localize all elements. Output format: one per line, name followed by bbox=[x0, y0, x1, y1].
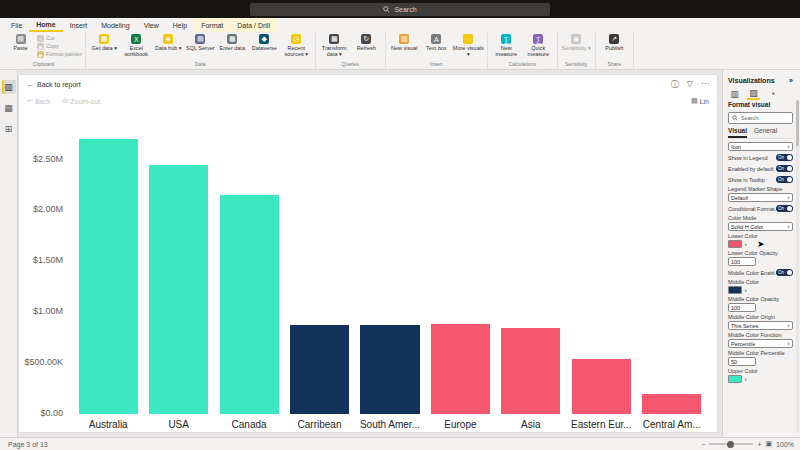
format-painter-button[interactable]: ▰Format painter bbox=[37, 51, 82, 58]
middle-color-origin-dropdown[interactable]: This Series∨ bbox=[728, 321, 793, 330]
format-search-box[interactable]: Search bbox=[728, 112, 793, 124]
ribbon: ▤Paste×Cut▣Copy▰Format painterClipboard▦… bbox=[0, 32, 800, 70]
sensitivity-button[interactable]: ◉Sensitivity ▾ bbox=[561, 33, 592, 51]
pane-scrollbar-thumb[interactable] bbox=[796, 100, 799, 146]
cut-button[interactable]: ×Cut bbox=[37, 35, 82, 42]
ribbon-group-sensitivity: ◉Sensitivity ▾Sensitivity bbox=[558, 32, 596, 69]
dataverse-button[interactable]: ◆Dataverse bbox=[249, 33, 280, 51]
bar-australia[interactable] bbox=[79, 139, 138, 414]
zoom-slider[interactable] bbox=[709, 443, 753, 445]
enter-data-button[interactable]: ▦Enter data bbox=[217, 33, 248, 51]
conditional-format-toggle[interactable]: On bbox=[776, 205, 793, 212]
quick-measure-button[interactable]: ∑Quick measure bbox=[523, 33, 554, 58]
data-hub-icon: ◈ bbox=[163, 34, 173, 44]
global-search-box[interactable]: Search bbox=[250, 3, 550, 16]
visualizations-title: Visualizations bbox=[728, 77, 775, 84]
new-visual-button[interactable]: ▥New visual bbox=[389, 33, 420, 51]
transform-data-button[interactable]: ▦Transform data ▾ bbox=[319, 33, 350, 58]
setting-middle-color-origin: Middle Color OriginThis Series∨ bbox=[728, 314, 793, 330]
setting-conditional-format: Conditional Format...On bbox=[728, 204, 793, 213]
ribbon-tab-data-drill[interactable]: Data / Drill bbox=[230, 18, 277, 32]
upper-color-color-picker[interactable]: ∨ bbox=[728, 375, 793, 383]
zoom-decrease-button[interactable]: − bbox=[701, 441, 705, 448]
lower-color-opacity-input[interactable]: 100 bbox=[728, 257, 756, 266]
ribbon-group-clipboard-buttons: ▤Paste×Cut▣Copy▰Format painter bbox=[5, 33, 82, 60]
back-to-report-link[interactable]: ← Back to report bbox=[27, 81, 81, 88]
sql-server-button[interactable]: ▤SQL Server bbox=[185, 33, 216, 51]
info-icon[interactable]: ⓘ bbox=[671, 79, 679, 90]
format-visual-icon[interactable]: ▨ bbox=[747, 87, 760, 100]
top-icon-dropdown[interactable]: Icon∨ bbox=[728, 142, 793, 151]
ribbon-tab-help[interactable]: Help bbox=[166, 18, 194, 32]
new-visual-icon: ▥ bbox=[399, 34, 409, 44]
drill-back-button[interactable]: ↩ Back bbox=[27, 97, 50, 105]
format-tabs: VisualGeneral bbox=[728, 127, 793, 139]
show-in-tooltip-toggle[interactable]: On bbox=[776, 176, 793, 183]
publish-button[interactable]: ↗Publish bbox=[599, 33, 630, 51]
text-box-button[interactable]: AText box bbox=[421, 33, 452, 51]
lower-color-color-picker[interactable]: ∨ bbox=[728, 240, 793, 248]
bar-asia[interactable] bbox=[501, 328, 560, 414]
data-hub-button[interactable]: ◈Data hub ▾ bbox=[153, 33, 184, 51]
recent-sources-button[interactable]: ◷Recent sources ▾ bbox=[281, 33, 312, 58]
list-view-button[interactable]: ▤ Lin bbox=[691, 97, 709, 105]
ribbon-tab-view[interactable]: View bbox=[137, 18, 166, 32]
ribbon-tab-home[interactable]: Home bbox=[29, 18, 62, 32]
bar-europe[interactable] bbox=[431, 324, 490, 414]
bar-canada[interactable] bbox=[220, 195, 279, 414]
zoom-out-button[interactable]: ⊖ Zoom-out bbox=[62, 97, 100, 105]
format-tab-general[interactable]: General bbox=[754, 127, 777, 138]
paste-button[interactable]: ▤Paste bbox=[5, 33, 36, 51]
copy-button[interactable]: ▣Copy bbox=[37, 43, 82, 50]
filter-icon[interactable]: ▽ bbox=[687, 79, 693, 90]
middle-color-enabl-toggle[interactable]: On bbox=[776, 269, 793, 276]
powerbi-window: Search FileHomeInsertModelingViewHelpFor… bbox=[0, 0, 800, 450]
show-in-legend-toggle[interactable]: On bbox=[776, 154, 793, 161]
bar-south-amer[interactable] bbox=[360, 325, 419, 414]
ribbon-group-data-buttons: ▦Get data ▾XExcel workbook◈Data hub ▾▤SQ… bbox=[89, 33, 312, 60]
data-view-icon[interactable]: ▦ bbox=[2, 101, 16, 115]
bar-column-usa: USA bbox=[143, 165, 213, 430]
bar-central-am[interactable] bbox=[642, 394, 701, 414]
middle-color-color-picker[interactable]: ∨ bbox=[728, 286, 793, 294]
more-visuals-button[interactable]: ⋯More visuals ▾ bbox=[453, 33, 484, 58]
cut-icon: × bbox=[37, 35, 44, 42]
zoom-increase-button[interactable]: + bbox=[757, 441, 761, 448]
legend-marker-shape-dropdown[interactable]: Default∨ bbox=[728, 193, 793, 202]
middle-color-label: Middle Color bbox=[728, 279, 793, 285]
refresh-button[interactable]: ↻Refresh bbox=[351, 33, 382, 51]
ribbon-tab-insert[interactable]: Insert bbox=[63, 18, 95, 32]
text-box-label: Text box bbox=[426, 45, 446, 51]
format-tab-visual[interactable]: Visual bbox=[728, 127, 747, 138]
ribbon-tab-modeling[interactable]: Modeling bbox=[94, 18, 136, 32]
drill-back-label: Back bbox=[35, 98, 51, 105]
report-canvas: ← Back to report ⓘ▽⋯ ↩ Back ⊖ Zoom-out bbox=[18, 70, 722, 437]
middle-color-percentile-input[interactable]: 50 bbox=[728, 357, 756, 366]
lower-color-swatch bbox=[728, 240, 742, 248]
ribbon-group-data: ▦Get data ▾XExcel workbook◈Data hub ▾▤SQ… bbox=[86, 32, 316, 69]
model-view-icon[interactable]: ⊞ bbox=[2, 122, 16, 136]
more-options-icon[interactable]: ⋯ bbox=[701, 79, 709, 90]
bar-carribean[interactable] bbox=[290, 325, 349, 414]
ribbon-tab-file[interactable]: File bbox=[4, 18, 29, 32]
enabled-by-default-toggle[interactable]: On bbox=[776, 165, 793, 172]
bar-eastern-eur[interactable] bbox=[572, 359, 631, 414]
drill-back-icon: ↩ bbox=[27, 97, 33, 105]
middle-color-opacity-input[interactable]: 100 bbox=[728, 303, 756, 312]
middle-color-function-dropdown[interactable]: Percentile∨ bbox=[728, 339, 793, 348]
fit-to-page-icon[interactable]: ▣ bbox=[765, 440, 772, 448]
report-view-icon[interactable]: ▥ bbox=[2, 80, 16, 94]
zoom-slider-thumb[interactable] bbox=[727, 441, 734, 448]
excel-workbook-button[interactable]: XExcel workbook bbox=[121, 33, 152, 58]
bar-usa[interactable] bbox=[149, 165, 208, 414]
build-visual-icon[interactable]: ▥ bbox=[728, 87, 741, 100]
get-data-button[interactable]: ▦Get data ▾ bbox=[89, 33, 120, 51]
color-mode-dropdown[interactable]: Solid H Color∨ bbox=[728, 222, 793, 231]
collapse-pane-icon[interactable]: » bbox=[789, 77, 793, 84]
analytics-icon[interactable]: ◔ bbox=[766, 87, 779, 100]
pane-scrollbar[interactable] bbox=[796, 100, 799, 433]
show-in-legend-toggle-knob bbox=[787, 155, 792, 160]
new-measure-button[interactable]: ∑New measure bbox=[491, 33, 522, 58]
ribbon-tab-format[interactable]: Format bbox=[194, 18, 230, 32]
category-label-carribean: Carribean bbox=[298, 414, 342, 430]
